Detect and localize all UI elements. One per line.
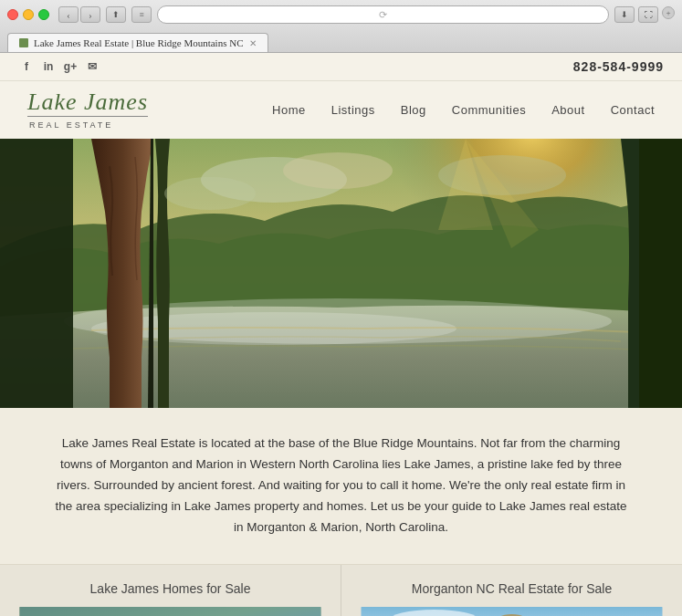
main-navigation: Home Listings Blog Communities About Con… [272, 103, 655, 117]
description-section: Lake James Real Estate is located at the… [0, 408, 682, 565]
close-button[interactable] [7, 9, 18, 20]
svg-point-8 [164, 177, 256, 210]
nav-item-blog[interactable]: Blog [401, 103, 426, 117]
url-bar[interactable]: ⟳ [157, 5, 609, 24]
header-main: Lake James REAL ESTATE Home Listings Blo… [0, 81, 682, 139]
minimize-button[interactable] [23, 9, 34, 20]
nav-item-contact[interactable]: Contact [611, 103, 655, 117]
share-button[interactable]: ⬆ [106, 6, 126, 23]
tab-close-button[interactable]: ✕ [249, 38, 257, 48]
forward-button[interactable]: › [80, 6, 100, 23]
hero-image [0, 139, 682, 408]
email-icon[interactable]: ✉ [84, 58, 100, 75]
tab-title: Lake James Real Estate | Blue Ridge Moun… [34, 37, 244, 48]
listing-image-lake-james[interactable] [18, 607, 322, 616]
traffic-lights [7, 9, 49, 20]
listing-card-morganton[interactable]: Morganton NC Real Estate for Sale [341, 565, 682, 616]
googleplus-icon[interactable]: g+ [62, 58, 79, 75]
logo-script-text: Lake James [27, 90, 148, 114]
hero-svg [0, 139, 682, 408]
nav-item-home[interactable]: Home [272, 103, 306, 117]
new-tab-button[interactable]: + [662, 6, 675, 19]
listing-image-svg-lake [18, 607, 322, 616]
browser-chrome: ‹ › ⬆ ≡ ⟳ ⬇ ⛶ + Lake James Real Estate |… [0, 0, 682, 53]
listing-image-morganton[interactable] [360, 607, 664, 616]
reader-button[interactable]: ≡ [131, 6, 152, 23]
phone-number[interactable]: 828-584-9999 [573, 59, 664, 74]
social-icons: f in g+ ✉ [18, 58, 100, 75]
fullscreen-button[interactable]: ⛶ [638, 6, 658, 23]
description-text: Lake James Real Estate is located at the… [55, 433, 627, 538]
active-tab[interactable]: Lake James Real Estate | Blue Ridge Moun… [7, 33, 268, 52]
nav-item-communities[interactable]: Communities [452, 103, 526, 117]
facebook-icon[interactable]: f [18, 58, 35, 75]
listing-card-lake-james[interactable]: Lake James Homes for Sale [0, 565, 341, 616]
tab-favicon [19, 38, 28, 47]
svg-point-6 [283, 152, 393, 189]
listing-image-svg-city [360, 607, 664, 616]
listing-title-lake-james: Lake James Homes for Sale [90, 581, 251, 596]
linkedin-icon[interactable]: in [40, 58, 57, 75]
listings-section: Lake James Homes for Sale [0, 565, 682, 616]
logo[interactable]: Lake James REAL ESTATE [27, 90, 148, 130]
back-button[interactable]: ‹ [58, 6, 79, 23]
listing-title-morganton: Morganton NC Real Estate for Sale [412, 581, 612, 596]
nav-item-listings[interactable]: Listings [331, 103, 375, 117]
nav-item-about[interactable]: About [551, 103, 584, 117]
logo-divider [27, 116, 148, 117]
header-top-bar: f in g+ ✉ 828-584-9999 [0, 53, 682, 81]
maximize-button[interactable] [38, 9, 49, 20]
download-button[interactable]: ⬇ [614, 6, 635, 23]
svg-rect-4 [0, 139, 73, 408]
website: f in g+ ✉ 828-584-9999 Lake James REAL E… [0, 53, 682, 616]
svg-rect-10 [20, 607, 321, 616]
logo-subtitle: REAL ESTATE [29, 120, 113, 130]
